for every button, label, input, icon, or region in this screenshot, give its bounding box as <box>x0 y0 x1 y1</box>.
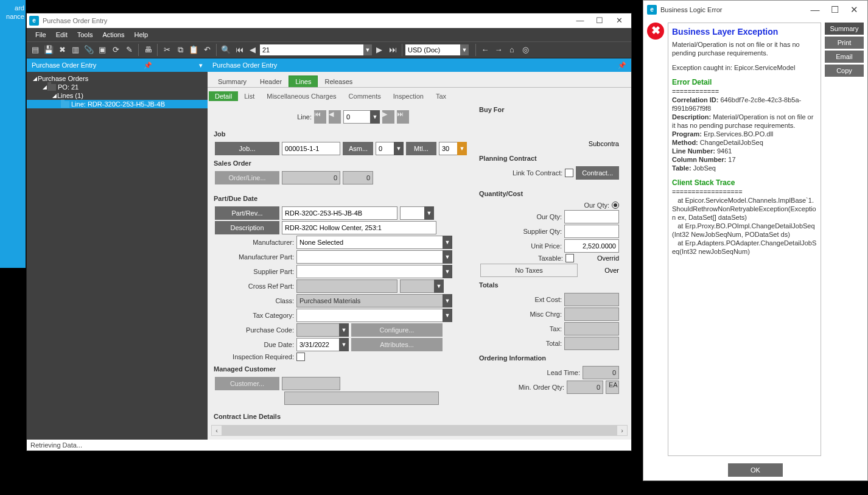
chevron-down-icon[interactable]: ▼ <box>339 323 349 337</box>
tree-po[interactable]: ◢PO: 21 <box>27 83 208 91</box>
record-drop-icon[interactable]: ▼ <box>363 44 372 55</box>
menu-actions[interactable]: Actions <box>97 30 129 40</box>
job-input[interactable] <box>282 142 340 155</box>
due-input[interactable] <box>296 338 339 351</box>
mfgpart-input[interactable] <box>296 250 443 264</box>
ourqty-input[interactable] <box>564 210 619 223</box>
maximize-button[interactable]: ☐ <box>590 15 609 27</box>
currency-drop-icon[interactable]: ▼ <box>460 44 469 55</box>
ok-button[interactable]: OK <box>728 463 783 477</box>
nav-last-icon[interactable]: ⏭ <box>387 44 399 56</box>
menu-edit[interactable]: Edit <box>51 30 72 40</box>
link-contract-checkbox[interactable] <box>565 169 573 177</box>
minimize-button[interactable]: ― <box>805 2 825 17</box>
suppart-input[interactable] <box>296 265 443 278</box>
copy-button[interactable]: Copy <box>825 65 864 77</box>
partrev-input[interactable] <box>282 206 397 220</box>
ourqty-radio[interactable] <box>612 202 619 209</box>
summary-button[interactable]: Summary <box>825 23 864 35</box>
print-button[interactable]: Print <box>825 37 864 49</box>
tab-list[interactable]: List <box>238 91 261 101</box>
chevron-down-icon[interactable]: ▼ <box>443 265 452 278</box>
currency-field[interactable]: ▼ <box>405 44 472 55</box>
back-icon[interactable]: ← <box>479 44 491 56</box>
line-input[interactable] <box>343 110 370 124</box>
rev-input[interactable] <box>400 206 424 220</box>
tab-inspection[interactable]: Inspection <box>387 91 430 101</box>
horizontal-scrollbar[interactable]: ‹ › <box>211 425 628 436</box>
undo-icon[interactable]: ↶ <box>201 44 213 56</box>
paste-icon[interactable]: 📋 <box>187 44 200 56</box>
mfg-input[interactable] <box>296 236 443 249</box>
chevron-down-icon[interactable]: ▼ <box>424 206 434 220</box>
description-input[interactable] <box>282 221 436 234</box>
chevron-down-icon[interactable]: ▼ <box>394 142 404 155</box>
supqty-input[interactable] <box>564 225 619 238</box>
tree-root[interactable]: ◢Purchase Orders <box>27 74 208 83</box>
chevron-down-icon[interactable]: ▼ <box>434 279 444 293</box>
delete-icon[interactable]: ✖ <box>56 44 68 56</box>
nav-prev-icon[interactable]: ◀ <box>247 44 259 56</box>
chevron-down-icon[interactable]: ▼ <box>457 142 467 155</box>
maximize-button[interactable]: ☐ <box>825 2 844 17</box>
menu-file[interactable]: File <box>30 30 51 40</box>
contract-button[interactable]: Contract... <box>576 166 619 180</box>
close-button[interactable]: ✕ <box>844 2 864 17</box>
dropdown-icon[interactable]: ▾ <box>199 61 203 69</box>
forward-icon[interactable]: → <box>492 44 505 56</box>
tab-misc-charges[interactable]: Miscellaneous Charges <box>261 91 342 101</box>
line-last-button[interactable]: ⏭ <box>397 110 409 124</box>
price-input[interactable] <box>564 239 619 253</box>
nav-next-icon[interactable]: ▶ <box>373 44 385 56</box>
line-first-button[interactable]: ⏮ <box>314 110 326 124</box>
tab-detail[interactable]: Detail <box>209 91 238 101</box>
mtl-button[interactable]: Mtl... <box>406 142 436 155</box>
chevron-down-icon[interactable]: ▼ <box>443 294 452 307</box>
scroll-right-icon[interactable]: › <box>617 426 627 435</box>
copy-icon[interactable]: ⧉ <box>174 44 186 56</box>
tab-tax[interactable]: Tax <box>430 91 452 101</box>
home-icon[interactable]: ⌂ <box>506 44 518 56</box>
menu-help[interactable]: Help <box>129 30 153 40</box>
new-icon[interactable]: ▤ <box>29 44 41 56</box>
record-number-input[interactable] <box>260 44 363 55</box>
chevron-down-icon[interactable]: ▼ <box>443 236 452 249</box>
refresh-icon[interactable]: ⟳ <box>110 44 122 56</box>
tree-lines[interactable]: ◢Lines (1) <box>27 91 208 100</box>
calendar-drop-icon[interactable]: ▼ <box>339 338 349 351</box>
minimize-button[interactable]: ― <box>570 15 590 27</box>
memo-icon[interactable]: ▣ <box>96 44 108 56</box>
job-button[interactable]: Job... <box>215 142 279 155</box>
taxable-checkbox[interactable] <box>565 254 574 262</box>
scroll-left-icon[interactable]: ‹ <box>212 426 222 435</box>
chevron-down-icon[interactable]: ▼ <box>443 250 452 264</box>
tab-summary[interactable]: Summary <box>211 75 253 87</box>
scroll-thumb[interactable] <box>222 426 617 435</box>
chevron-down-icon[interactable]: ▼ <box>443 309 452 322</box>
inspection-checkbox[interactable] <box>296 353 305 361</box>
line-next-button[interactable]: ▶ <box>382 110 394 124</box>
cut-icon[interactable]: ✂ <box>161 44 173 56</box>
target-icon[interactable]: ◎ <box>519 44 531 56</box>
pin-icon[interactable]: 📌 <box>144 61 152 69</box>
record-number-field[interactable]: ▼ <box>260 44 372 55</box>
nav-first-icon[interactable]: ⏮ <box>233 44 245 56</box>
menu-tools[interactable]: Tools <box>72 30 98 40</box>
tab-header[interactable]: Header <box>253 75 289 87</box>
tree-line-item[interactable]: Line: RDR-320C-253-H5-JB-4B <box>27 100 208 108</box>
print-icon[interactable]: 🖶 <box>142 44 154 56</box>
asm-button[interactable]: Asm... <box>343 142 373 155</box>
taxcat-input[interactable] <box>296 309 443 322</box>
close-button[interactable]: ✕ <box>609 15 629 27</box>
pin-icon[interactable]: 📌 <box>618 61 626 69</box>
email-button[interactable]: Email <box>825 51 864 63</box>
attach-icon[interactable]: 📎 <box>83 44 95 56</box>
currency-input[interactable] <box>405 44 460 55</box>
save-icon[interactable]: 💾 <box>43 44 55 56</box>
line-prev-button[interactable]: ◀ <box>329 110 341 124</box>
mtl-input[interactable] <box>439 142 457 155</box>
asm-input[interactable] <box>376 142 394 155</box>
description-button[interactable]: Description <box>215 221 279 234</box>
partrev-button[interactable]: Part/Rev... <box>215 206 279 220</box>
clear-icon[interactable]: ✎ <box>123 44 135 56</box>
